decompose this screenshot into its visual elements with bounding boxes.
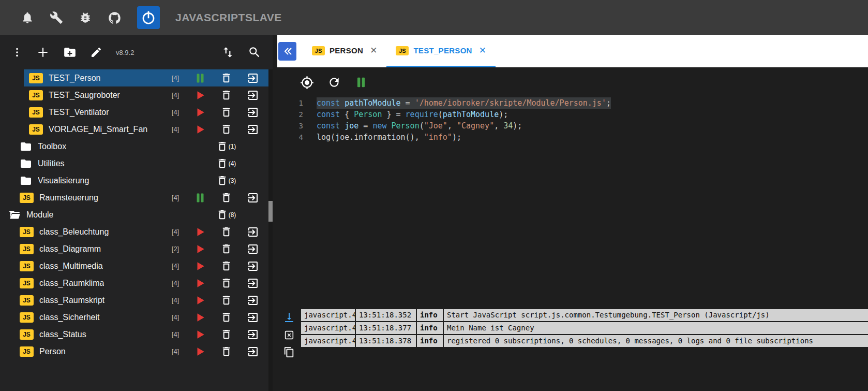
js-file-icon: JS [20,261,34,271]
start-script-button[interactable] [187,294,214,307]
sidebar-scrollbar[interactable] [268,69,273,391]
add-folder-button[interactable] [63,46,77,59]
start-script-button[interactable] [187,123,214,136]
pause-script-button[interactable] [187,72,214,84]
notifications-icon[interactable] [21,11,34,24]
open-script-button[interactable] [238,72,267,84]
item-label: TEST_Ventilator [49,108,109,117]
folder-row[interactable]: Toolbox(1) [0,138,273,155]
locate-icon[interactable] [300,76,314,90]
edit-pencil-icon[interactable] [90,46,102,59]
open-script-button[interactable] [238,106,267,119]
start-script-button[interactable] [187,243,214,255]
item-label: Toolbox [38,142,66,151]
script-row[interactable]: JSclass_Multimedia[4] [0,257,273,274]
delete-button[interactable] [214,328,238,340]
wrench-icon[interactable] [50,11,63,24]
delete-count: (3) [229,177,236,184]
delete-button[interactable] [214,106,238,118]
delete-button[interactable] [214,277,238,289]
script-row[interactable]: JSclass_Raumklima[4] [0,274,273,292]
script-tree: JSTEST_Person[4]JSTEST_Saugroboter[4]JST… [0,69,273,360]
script-row[interactable]: JSVORLAGE_Mi_Smart_Fan[4] [0,121,273,138]
start-script-button[interactable] [187,89,214,102]
delete-button[interactable] [214,311,238,323]
open-script-button[interactable] [238,294,267,307]
open-script-button[interactable] [238,328,267,341]
script-row[interactable]: JSclass_Diagramm[2] [0,240,273,257]
delete-button[interactable]: (3) [214,175,238,186]
code-editor[interactable]: 1const pathToModule = '/home/iobroker/sk… [277,97,868,143]
refresh-icon[interactable] [327,76,341,89]
open-script-button[interactable] [238,277,267,289]
script-row[interactable]: JSclass_Raumskript[4] [0,292,273,309]
script-row[interactable]: JSPerson[4] [0,343,273,360]
start-script-button[interactable] [187,260,214,272]
adapter-version: v8.9.2 [116,49,134,56]
delete-button[interactable] [214,345,238,357]
folder-row[interactable]: Visualisierung(3) [0,172,273,189]
delete-button[interactable] [214,260,238,272]
start-script-button[interactable] [187,345,214,358]
start-script-button[interactable] [187,277,214,289]
bug-icon[interactable] [79,11,92,24]
folder-row[interactable]: Utilities(4) [0,155,273,172]
app-window: JAVASCRIPTSLAVE v8.9.2 JSTES [0,0,868,391]
code-line[interactable]: 1const pathToModule = '/home/iobroker/sk… [277,97,868,109]
delete-button[interactable] [214,243,238,255]
open-script-button[interactable] [238,192,267,204]
code-line[interactable]: 2const { Person } = require(pathToModule… [277,109,868,120]
open-script-button[interactable] [238,260,267,272]
delete-button[interactable] [214,226,238,238]
open-script-button[interactable] [238,89,267,102]
code-line[interactable]: 4log(joe.information(), "info"); [277,132,868,143]
script-row[interactable]: JSTEST_Ventilator[4] [0,104,273,121]
start-script-button[interactable] [187,328,214,341]
js-file-icon: JS [20,227,34,237]
script-row[interactable]: JSclass_Beleuchtung[4] [0,223,273,240]
pause-script-button[interactable] [187,192,214,204]
copy-log-icon[interactable] [283,346,295,358]
open-script-button[interactable] [238,123,267,136]
script-row[interactable]: JSTEST_Person[4] [0,69,273,86]
delete-button[interactable]: (8) [214,209,238,221]
delete-button[interactable]: (1) [214,140,238,152]
code-text: const { Person } = require(pathToModule)… [317,109,508,120]
open-script-button[interactable] [238,243,267,255]
start-script-button[interactable] [187,106,214,119]
script-row[interactable]: JSclass_Sicherheit[4] [0,309,273,326]
clear-log-icon[interactable] [283,329,295,341]
script-row[interactable]: JSTEST_Saugroboter[4] [0,86,273,104]
delete-button[interactable] [214,123,238,135]
menu-kebab-icon[interactable] [11,47,23,58]
sort-icon[interactable] [221,46,234,59]
github-icon[interactable] [108,11,122,25]
script-row[interactable]: JSclass_Status[4] [0,326,273,343]
start-script-button[interactable] [187,311,214,324]
start-script-button[interactable] [187,226,214,238]
code-line[interactable]: 3const joe = new Person("Joe", "Cagney",… [277,120,868,132]
delete-button[interactable] [214,294,238,306]
open-script-button[interactable] [238,226,267,238]
tab-test_person[interactable]: JSTEST_PERSON✕ [386,35,496,67]
code-text: const pathToModule = '/home/iobroker/skr… [317,97,611,109]
tab-person[interactable]: JSPERSON✕ [303,35,386,67]
delete-button[interactable] [214,89,238,101]
delete-button[interactable]: (4) [214,157,238,169]
close-tab-icon[interactable]: ✕ [479,45,486,56]
delete-button[interactable] [214,192,238,204]
script-row[interactable]: JSRaumsteuerung[4] [0,189,273,206]
pause-script-icon[interactable] [354,76,368,89]
close-tab-icon[interactable]: ✕ [370,45,377,56]
delete-button[interactable] [214,72,238,84]
instance-count: [4] [164,108,187,116]
add-script-button[interactable] [36,46,50,59]
sidebar-scrollbar-thumb[interactable] [268,201,273,222]
open-script-button[interactable] [238,345,267,358]
open-script-button[interactable] [238,311,267,324]
tab-list: JSPERSON✕JSTEST_PERSON✕ [303,35,496,67]
scroll-to-bottom-icon[interactable] [283,311,295,324]
search-icon[interactable] [248,46,261,59]
folder-row[interactable]: Module(8) [0,206,273,223]
collapse-sidebar-button[interactable] [278,42,296,61]
